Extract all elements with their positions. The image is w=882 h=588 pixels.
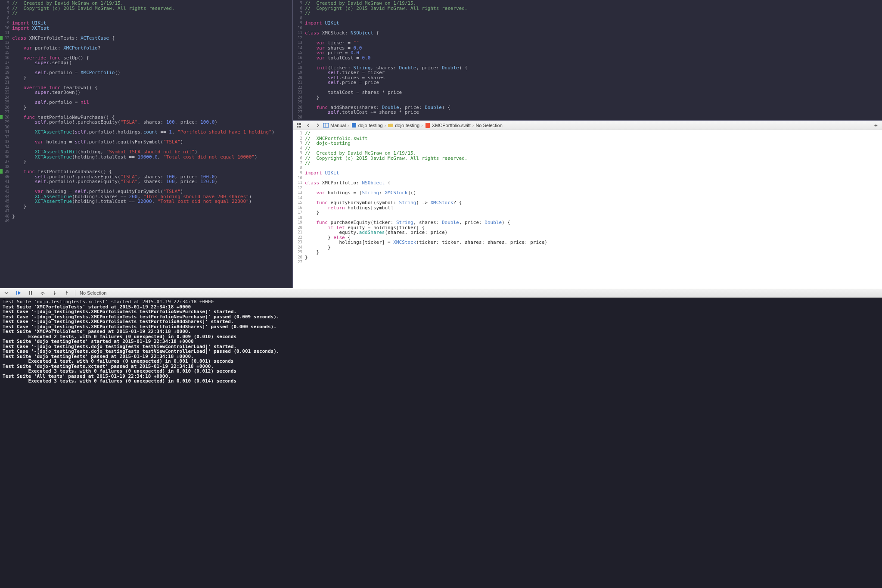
nav-forward-icon[interactable] xyxy=(314,122,322,129)
swift-file-icon xyxy=(425,122,431,128)
line-gutter-right-top: 5678910111213141516171819202122232425262… xyxy=(293,0,305,120)
console-panel: No Selection Test Suite 'dojo-testingTes… xyxy=(0,288,882,588)
project-icon xyxy=(351,122,357,128)
add-editor-icon[interactable]: + xyxy=(872,122,880,129)
toolbar-divider xyxy=(75,290,75,296)
code-editor-right-bottom[interactable]: 1234567891011121314151617181920212223242… xyxy=(293,130,882,288)
line-gutter-right-bottom: 1234567891011121314151617181920212223242… xyxy=(293,130,305,288)
svg-rect-4 xyxy=(323,123,329,128)
nav-back-icon[interactable] xyxy=(304,122,313,129)
editor-right-column: 5678910111213141516171819202122232425262… xyxy=(293,0,882,288)
pause-icon[interactable] xyxy=(27,289,34,296)
breadcrumb-file[interactable]: XMCPortfolio.swift xyxy=(425,122,471,128)
editor-left-pane: 5678910111213141516171819202122232425262… xyxy=(0,0,293,288)
line-gutter-left: 5678910111213141516171819202122232425262… xyxy=(0,0,12,288)
breadcrumb-separator: › xyxy=(472,123,474,128)
jump-bar-mode-label: Manual xyxy=(330,123,346,128)
svg-rect-6 xyxy=(352,123,356,128)
step-out-icon[interactable] xyxy=(63,289,71,296)
console-output[interactable]: Test Suite 'dojo-testingTests.xctest' st… xyxy=(0,298,882,588)
breadcrumb-separator: › xyxy=(421,123,423,128)
variables-view-icon[interactable] xyxy=(3,289,10,296)
breadcrumb-separator: › xyxy=(348,123,349,128)
svg-rect-3 xyxy=(299,126,301,128)
svg-rect-1 xyxy=(299,123,301,125)
jump-bar: Manual › dojo-testing › dojo-testing › xyxy=(293,121,882,130)
code-text-right-top[interactable]: // Created by David McGraw on 1/19/15.//… xyxy=(305,0,882,120)
code-editor-left[interactable]: 5678910111213141516171819202122232425262… xyxy=(0,0,292,288)
svg-point-16 xyxy=(66,290,67,291)
continue-icon[interactable] xyxy=(15,289,22,296)
breadcrumb-project[interactable]: dojo-testing xyxy=(351,122,383,128)
editor-right-top-pane: 5678910111213141516171819202122232425262… xyxy=(293,0,882,121)
breadcrumb-separator: › xyxy=(385,123,386,128)
step-into-icon[interactable] xyxy=(51,289,59,296)
code-editor-right-top[interactable]: 5678910111213141516171819202122232425262… xyxy=(293,0,882,120)
breadcrumb-folder[interactable]: dojo-testing xyxy=(388,122,419,128)
jump-bar-mode[interactable]: Manual xyxy=(323,122,346,128)
step-over-icon[interactable] xyxy=(39,289,47,296)
related-items-icon[interactable] xyxy=(295,122,303,129)
svg-rect-0 xyxy=(297,123,298,125)
layout-icon xyxy=(323,122,329,128)
editor-right-bottom-pane: Manual › dojo-testing › dojo-testing › xyxy=(293,121,882,288)
svg-point-12 xyxy=(42,293,43,294)
breadcrumb-selection[interactable]: No Selection xyxy=(475,123,502,128)
code-text-left[interactable]: // Created by David McGraw on 1/19/15.//… xyxy=(12,0,292,288)
svg-rect-2 xyxy=(297,126,298,128)
debug-selection-label[interactable]: No Selection xyxy=(80,290,106,296)
svg-point-14 xyxy=(54,294,55,295)
editors-area: 5678910111213141516171819202122232425262… xyxy=(0,0,882,288)
svg-rect-11 xyxy=(31,291,32,295)
code-text-right-bottom[interactable]: //// XMCPortfolio.swift// dojo-testing//… xyxy=(305,130,882,288)
svg-rect-7 xyxy=(425,123,430,128)
svg-marker-9 xyxy=(18,291,21,295)
folder-icon xyxy=(388,122,394,128)
svg-rect-8 xyxy=(16,291,17,295)
console-toolbar: No Selection xyxy=(0,288,882,298)
svg-rect-10 xyxy=(29,291,30,295)
